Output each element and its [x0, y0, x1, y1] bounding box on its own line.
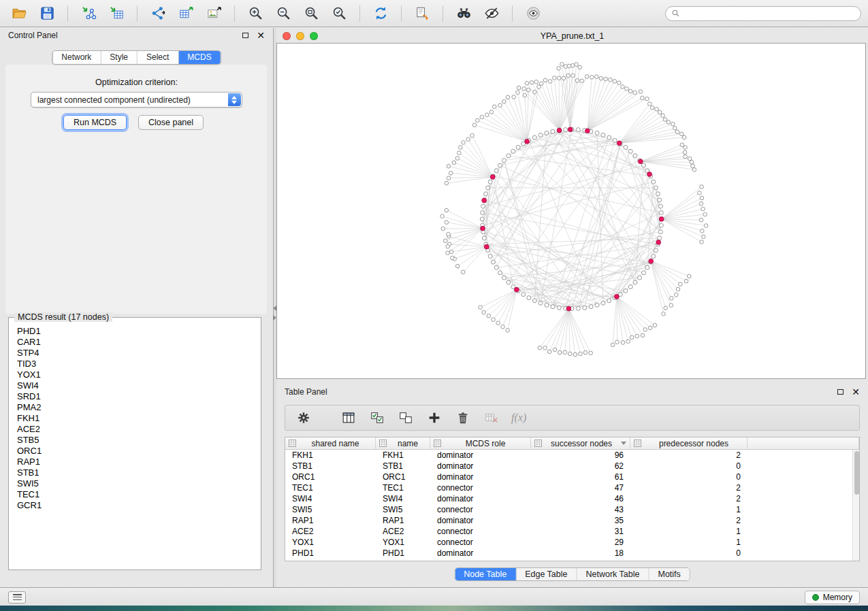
import-table-icon: [109, 5, 125, 21]
network-graph[interactable]: [277, 44, 865, 378]
export-image-button[interactable]: [202, 3, 226, 24]
column-header-shared-name[interactable]: shared name: [285, 437, 376, 449]
refresh-button[interactable]: [368, 3, 393, 24]
table-row[interactable]: TEC1TEC1connector472: [285, 482, 852, 493]
export-network-button[interactable]: [146, 3, 170, 24]
mcds-result-list[interactable]: PHD1CAR1STP4TID3YOX1SWI4SRD1PMA2FKH1ACE2…: [10, 326, 259, 568]
mcds-result-item[interactable]: TID3: [10, 359, 259, 369]
import-network-button[interactable]: [76, 3, 101, 24]
mcds-result-item[interactable]: YOX1: [10, 369, 259, 380]
mcds-result-item[interactable]: STB5: [10, 435, 259, 446]
delete-disabled-button[interactable]: [483, 409, 500, 427]
zoom-out-button[interactable]: [271, 3, 295, 24]
network-titlebar[interactable]: YPA_prune.txt_1: [276, 31, 868, 43]
table-row[interactable]: ORC1ORC1dominator610: [285, 472, 852, 482]
settings-button[interactable]: [295, 409, 312, 427]
close-table-panel-icon[interactable]: ✕: [852, 387, 860, 397]
select-arrows-icon: [228, 93, 241, 106]
table-tab-edge-table[interactable]: Edge Table: [516, 568, 577, 580]
hide-graphics-details-button[interactable]: [479, 3, 504, 24]
mcds-result-item[interactable]: SWI4: [10, 380, 259, 391]
zoom-selected-button[interactable]: [327, 3, 351, 24]
mcds-result-item[interactable]: CAR1: [10, 337, 259, 348]
mcds-result-item[interactable]: SRD1: [10, 391, 259, 402]
desktop-background: [0, 606, 868, 611]
import-table-button[interactable]: [104, 3, 129, 24]
run-mcds-button[interactable]: Run MCDS: [63, 115, 127, 130]
table-row[interactable]: FKH1FKH1dominator962: [285, 450, 852, 461]
mcds-result-item[interactable]: ACE2: [10, 424, 259, 435]
cell-predecessor-nodes: 0: [630, 548, 748, 559]
add-button[interactable]: [425, 409, 443, 427]
table-tab-node-table[interactable]: Node Table: [455, 568, 516, 580]
table-tab-motifs[interactable]: Motifs: [649, 568, 689, 580]
tab-style[interactable]: Style: [101, 51, 138, 64]
mcds-result-box: MCDS result (17 nodes) PHD1CAR1STP4TID3Y…: [8, 317, 261, 570]
save-button[interactable]: [35, 3, 59, 24]
search-box[interactable]: [665, 6, 861, 21]
column-header-name[interactable]: name: [376, 437, 430, 449]
mcds-result-item[interactable]: RAP1: [10, 457, 259, 467]
deselect-all-button[interactable]: [397, 409, 415, 427]
table-scrollbar[interactable]: [852, 450, 859, 561]
table-row[interactable]: RAP1RAP1dominator352: [285, 515, 852, 526]
mcds-result-item[interactable]: STP4: [10, 348, 259, 359]
export-table-icon: [178, 5, 194, 21]
column-type-icon: [634, 440, 641, 447]
mcds-result-item[interactable]: ORC1: [10, 446, 259, 457]
find-button[interactable]: [451, 3, 476, 24]
column-header-successor-nodes[interactable]: successor nodes: [531, 437, 630, 449]
tab-select[interactable]: Select: [138, 51, 178, 64]
fx-button[interactable]: f(x): [511, 412, 526, 424]
panel-selector-button[interactable]: [8, 591, 26, 604]
criterion-select[interactable]: largest connected component (undirected): [31, 92, 242, 108]
column-menu-icon[interactable]: [621, 442, 626, 445]
tab-network[interactable]: Network: [52, 51, 101, 64]
tab-mcds[interactable]: MCDS: [178, 51, 220, 64]
mcds-result-item[interactable]: TEC1: [10, 489, 259, 500]
mcds-result-item[interactable]: PMA2: [10, 402, 259, 413]
mcds-result-item[interactable]: GCR1: [10, 500, 259, 511]
table-row[interactable]: SWI4SWI4dominator462: [285, 493, 852, 504]
close-mcds-panel-button[interactable]: Close panel: [138, 115, 204, 130]
memory-button[interactable]: Memory: [805, 591, 860, 604]
mcds-result-item[interactable]: STB1: [10, 467, 259, 478]
table-row[interactable]: ACE2ACE2connector311: [285, 526, 852, 537]
mcds-result-item[interactable]: PHD1: [10, 326, 259, 337]
table-row[interactable]: SWI5SWI5connector431: [285, 504, 852, 515]
settings-icon: [296, 410, 311, 425]
zoom-in-button[interactable]: [243, 3, 268, 24]
column-type-icon: [434, 440, 441, 447]
close-panel-icon[interactable]: ✕: [257, 31, 265, 40]
table-tab-network-table[interactable]: Network Table: [577, 568, 649, 580]
minimize-window-button[interactable]: [296, 32, 304, 40]
column-header-predecessor-nodes[interactable]: predecessor nodes: [630, 437, 748, 449]
column-layout-button[interactable]: [340, 409, 357, 427]
zoom-fit-button[interactable]: [299, 3, 323, 24]
table-panel: Table Panel ✕ f(x) shared namenameMCDS r…: [276, 384, 868, 583]
table-row[interactable]: PHD1PHD1dominator180: [285, 548, 852, 559]
float-table-panel-icon[interactable]: [837, 389, 843, 395]
network-canvas[interactable]: [276, 43, 866, 379]
cell-shared-name: SWI5: [285, 504, 376, 515]
select-all-button[interactable]: [368, 409, 386, 427]
network-window: YPA_prune.txt_1: [276, 31, 868, 379]
scrollbar-thumb[interactable]: [854, 451, 859, 495]
search-input[interactable]: [684, 9, 855, 18]
duplicate-network-button[interactable]: [410, 3, 434, 24]
zoom-window-button[interactable]: [310, 32, 318, 40]
show-graphics-details-button[interactable]: [521, 3, 545, 24]
toolbar-separator: [359, 5, 360, 22]
table-row[interactable]: YOX1YOX1connector291: [285, 537, 852, 548]
export-table-button[interactable]: [174, 3, 198, 24]
mcds-result-item[interactable]: SWI5: [10, 478, 259, 489]
table-row[interactable]: STB1STB1dominator620: [285, 461, 852, 472]
open-button[interactable]: [7, 3, 31, 24]
delete-button[interactable]: [454, 409, 472, 427]
close-window-button[interactable]: [283, 32, 291, 40]
cell-mcds-role: dominator: [430, 515, 531, 526]
delete-icon: [455, 410, 470, 425]
column-header-mcds-role[interactable]: MCDS role: [430, 437, 531, 449]
float-panel-icon[interactable]: [242, 33, 248, 38]
mcds-result-item[interactable]: FKH1: [10, 413, 259, 424]
